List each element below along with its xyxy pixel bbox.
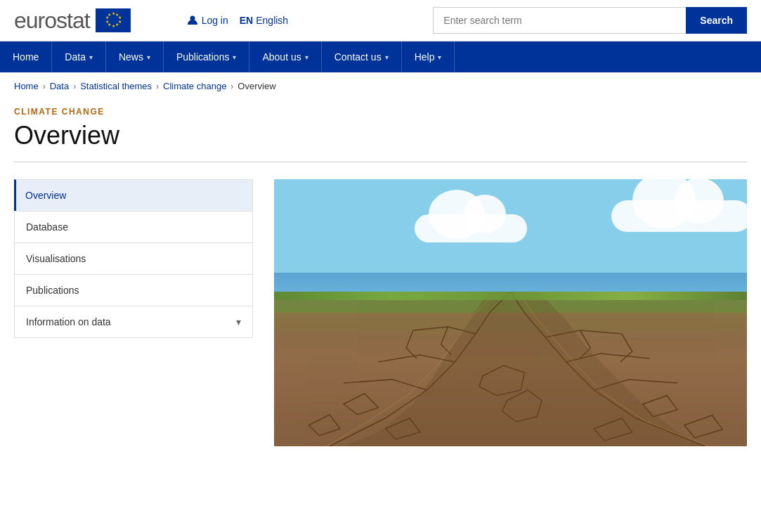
breadcrumb-statistical-themes[interactable]: Statistical themes	[80, 81, 152, 91]
page-header: eurostat ★ ★ ★ ★ ★ ★ ★ ★ ★ ★	[0, 0, 761, 41]
sidebar-item-information-chevron-icon: ▾	[236, 316, 241, 327]
nav-item-contact-us[interactable]: Contact us ▾	[322, 41, 402, 72]
login-label: Log in	[202, 15, 228, 26]
breadcrumb-sep-2: ›	[73, 82, 76, 91]
svg-text:★: ★	[108, 13, 111, 17]
eu-flag-icon: ★ ★ ★ ★ ★ ★ ★ ★ ★ ★	[96, 8, 131, 32]
sidebar-item-overview[interactable]: Overview	[14, 179, 253, 211]
svg-text:★: ★	[115, 22, 119, 27]
sidebar-item-visualisations[interactable]: Visualisations	[14, 242, 253, 274]
sidebar-item-publications-label: Publications	[26, 285, 79, 296]
content-layout: Overview Database Visualisations Publica…	[14, 179, 747, 446]
nav-item-news[interactable]: News ▾	[106, 41, 164, 72]
header-actions: Log in EN English	[187, 15, 289, 26]
sidebar-item-database-label: Database	[26, 221, 68, 233]
nav-item-home[interactable]: Home	[0, 41, 52, 72]
cracked-earth-svg	[274, 292, 747, 446]
nav-item-publications-chevron: ▾	[233, 53, 236, 61]
breadcrumb-data[interactable]: Data	[50, 81, 69, 91]
search-area: Search	[433, 7, 747, 34]
language-selector[interactable]: EN English	[240, 15, 288, 26]
nav-item-about-us-chevron: ▾	[305, 53, 308, 61]
sidebar-item-publications[interactable]: Publications	[14, 274, 253, 306]
breadcrumb-sep-1: ›	[43, 82, 46, 91]
nav-item-contact-us-chevron: ▾	[385, 53, 389, 61]
user-icon	[187, 15, 198, 26]
nav-item-about-us-label: About us	[262, 51, 301, 63]
breadcrumb: Home › Data › Statistical themes › Clima…	[0, 72, 761, 100]
page-title: Overview	[14, 121, 747, 150]
sidebar-item-database[interactable]: Database	[14, 211, 253, 242]
horizon-stripe	[274, 292, 747, 300]
svg-text:★: ★	[111, 24, 115, 28]
nav-item-about-us[interactable]: About us ▾	[249, 41, 321, 72]
search-button[interactable]: Search	[686, 7, 747, 34]
main-navigation: Home Data ▾ News ▾ Publications ▾ About …	[0, 41, 761, 72]
section-label: CLIMATE CHANGE	[14, 107, 747, 117]
logo-text: eurostat	[14, 8, 90, 34]
content-divider	[14, 162, 747, 162]
svg-text:★: ★	[111, 11, 115, 15]
logo-area: eurostat ★ ★ ★ ★ ★ ★ ★ ★ ★ ★	[14, 8, 131, 34]
sidebar-item-information-on-data[interactable]: Information on data ▾	[14, 306, 253, 338]
sidebar: Overview Database Visualisations Publica…	[14, 179, 253, 446]
breadcrumb-current: Overview	[238, 81, 275, 91]
clouds-area	[274, 193, 747, 278]
nav-item-publications-label: Publications	[176, 51, 230, 63]
lang-code: EN	[240, 15, 253, 26]
nav-item-help[interactable]: Help ▾	[402, 41, 455, 72]
login-button[interactable]: Log in	[187, 15, 228, 26]
main-content: CLIMATE CHANGE Overview Overview Databas…	[0, 100, 761, 474]
cloud-1	[415, 214, 527, 242]
breadcrumb-sep-4: ›	[230, 82, 233, 91]
nav-item-news-chevron: ▾	[147, 53, 150, 61]
nav-item-contact-us-label: Contact us	[334, 51, 382, 63]
nav-item-data[interactable]: Data ▾	[52, 41, 106, 72]
hero-image	[274, 179, 747, 446]
nav-item-help-chevron: ▾	[438, 53, 441, 61]
nav-item-news-label: News	[119, 51, 143, 63]
nav-item-publications[interactable]: Publications ▾	[164, 41, 250, 72]
breadcrumb-home[interactable]: Home	[14, 81, 39, 91]
cloud-2	[611, 200, 747, 232]
nav-item-home-label: Home	[13, 51, 39, 63]
breadcrumb-climate-change[interactable]: Climate change	[163, 81, 226, 91]
sidebar-item-information-on-data-label: Information on data	[26, 316, 111, 327]
lang-name: English	[256, 15, 288, 26]
breadcrumb-sep-3: ›	[156, 82, 159, 91]
search-input[interactable]	[433, 7, 686, 34]
svg-text:★: ★	[105, 20, 108, 24]
nav-item-data-label: Data	[65, 51, 86, 63]
nav-item-help-label: Help	[415, 51, 435, 63]
sidebar-item-visualisations-label: Visualisations	[26, 253, 86, 264]
nav-item-data-chevron: ▾	[89, 53, 93, 61]
sidebar-item-overview-label: Overview	[25, 190, 66, 201]
